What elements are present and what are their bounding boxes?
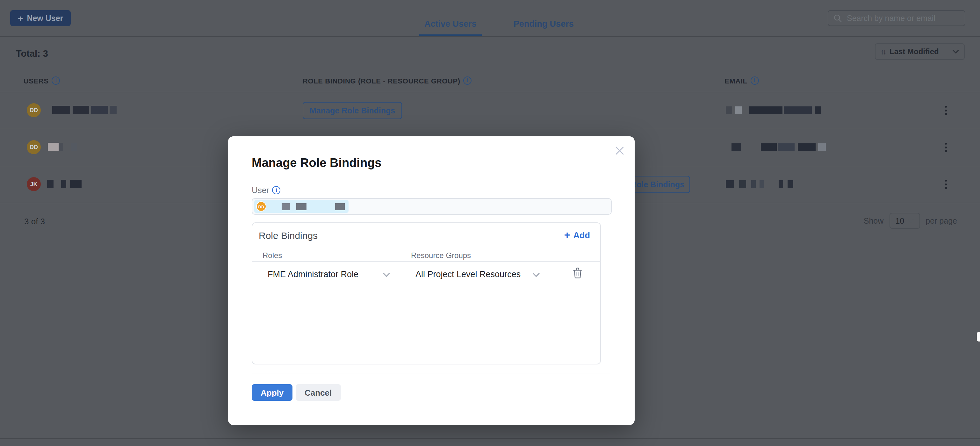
- selected-user-chip[interactable]: DD: [254, 200, 348, 213]
- apply-button[interactable]: Apply: [252, 384, 293, 401]
- role-bindings-card: Role Bindings + Add Roles Resource Group…: [252, 222, 601, 365]
- trash-icon[interactable]: [573, 268, 582, 279]
- plus-icon: +: [564, 230, 570, 240]
- chevron-down-icon[interactable]: [533, 273, 540, 277]
- resource-groups-column-header: Resource Groups: [411, 251, 471, 260]
- resource-group-select[interactable]: All Project Level Resources: [415, 269, 520, 279]
- user-select-input[interactable]: DD: [252, 198, 612, 215]
- chevron-down-icon[interactable]: [383, 273, 390, 277]
- close-icon[interactable]: [613, 144, 626, 157]
- add-binding-button[interactable]: + Add: [564, 230, 590, 240]
- role-bindings-section-title: Role Bindings: [259, 230, 318, 241]
- manage-role-bindings-dialog: Manage Role Bindings User i DD Role Bind…: [228, 136, 635, 425]
- card-divider: [252, 261, 600, 262]
- info-icon[interactable]: i: [272, 186, 281, 194]
- content-bottom-divider: [252, 373, 611, 373]
- avatar: DD: [256, 201, 266, 212]
- dialog-title: Manage Role Bindings: [252, 156, 382, 170]
- role-select[interactable]: FME Administrator Role: [267, 269, 358, 279]
- cancel-button[interactable]: Cancel: [296, 384, 340, 401]
- user-field-label: User i: [252, 185, 281, 195]
- roles-column-header: Roles: [262, 251, 282, 260]
